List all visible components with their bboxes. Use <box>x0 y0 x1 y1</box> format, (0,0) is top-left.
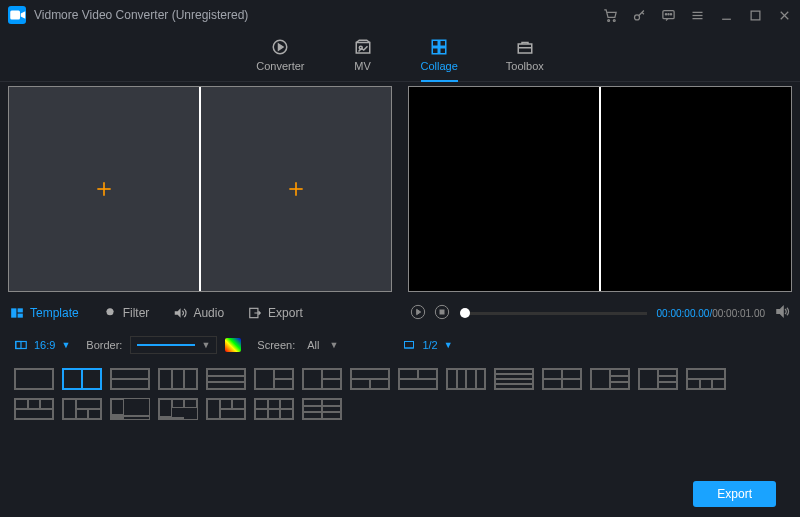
svg-rect-13 <box>751 11 760 20</box>
nav-converter[interactable]: Converter <box>256 38 304 81</box>
tab-export[interactable]: Export <box>248 306 303 320</box>
border-style-select[interactable]: ▼ <box>130 336 217 354</box>
tab-template-label: Template <box>30 306 79 320</box>
nav-collage[interactable]: Collage <box>421 38 458 81</box>
template-4[interactable] <box>158 368 198 390</box>
preview-panel <box>400 82 800 298</box>
stop-button[interactable] <box>434 304 450 323</box>
tab-filter-label: Filter <box>123 306 150 320</box>
tab-audio[interactable]: Audio <box>173 306 224 320</box>
template-5[interactable] <box>206 368 246 390</box>
progress-bar[interactable] <box>460 312 647 315</box>
svg-point-4 <box>635 14 640 19</box>
screen-select[interactable]: All ▼ <box>303 337 342 353</box>
export-button[interactable]: Export <box>693 481 776 507</box>
nav-collage-label: Collage <box>421 60 458 72</box>
nav-mv-label: MV <box>354 60 371 72</box>
screen-label: Screen: <box>257 339 295 351</box>
border-label: Border: <box>86 339 122 351</box>
svg-rect-42 <box>405 342 414 349</box>
template-2[interactable] <box>62 368 102 390</box>
nav-mv[interactable]: MV <box>353 38 373 81</box>
collage-slot-2[interactable] <box>201 87 391 291</box>
paging-control[interactable]: 1/2 ▼ <box>402 339 452 351</box>
template-grid <box>0 362 800 426</box>
titlebar: Vidmore Video Converter (Unregistered) <box>0 0 800 30</box>
time-total: 00:00:01.00 <box>712 308 765 319</box>
timecode: 00:00:00.00/00:00:01.00 <box>657 308 765 319</box>
svg-marker-1 <box>21 11 26 19</box>
template-1[interactable] <box>14 368 54 390</box>
app-logo <box>8 6 26 24</box>
template-10[interactable] <box>446 368 486 390</box>
tab-template[interactable]: Template <box>10 306 79 320</box>
template-6[interactable] <box>254 368 294 390</box>
app-title: Vidmore Video Converter (Unregistered) <box>34 8 248 22</box>
nav-toolbox[interactable]: Toolbox <box>506 38 544 81</box>
template-19[interactable] <box>158 398 198 420</box>
template-12[interactable] <box>542 368 582 390</box>
svg-rect-30 <box>11 308 16 317</box>
cart-icon[interactable] <box>603 8 618 23</box>
menu-icon[interactable] <box>690 8 705 23</box>
chevron-down-icon: ▼ <box>444 340 453 350</box>
template-15[interactable] <box>686 368 726 390</box>
nav-toolbox-label: Toolbox <box>506 60 544 72</box>
svg-rect-20 <box>432 40 438 46</box>
template-13[interactable] <box>590 368 630 390</box>
svg-rect-38 <box>440 310 444 314</box>
tab-audio-label: Audio <box>193 306 224 320</box>
template-11[interactable] <box>494 368 534 390</box>
maximize-icon[interactable] <box>748 8 763 23</box>
svg-rect-23 <box>440 48 446 54</box>
template-20[interactable] <box>206 398 246 420</box>
template-17[interactable] <box>62 398 102 420</box>
svg-point-2 <box>608 19 610 21</box>
svg-marker-36 <box>417 309 421 314</box>
svg-point-8 <box>670 13 671 14</box>
play-button[interactable] <box>410 304 426 323</box>
aspect-value: 16:9 <box>34 339 55 351</box>
preview-slot-1 <box>409 87 599 291</box>
main-nav: Converter MV Collage Toolbox <box>0 30 800 82</box>
volume-icon[interactable] <box>775 304 790 322</box>
svg-rect-22 <box>432 48 438 54</box>
collage-slot-1[interactable] <box>9 87 199 291</box>
chevron-down-icon: ▼ <box>61 340 70 350</box>
template-21[interactable] <box>254 398 294 420</box>
template-16[interactable] <box>14 398 54 420</box>
template-7[interactable] <box>302 368 342 390</box>
template-8[interactable] <box>350 368 390 390</box>
svg-point-6 <box>665 13 666 14</box>
svg-rect-31 <box>18 308 23 312</box>
close-icon[interactable] <box>777 8 792 23</box>
key-icon[interactable] <box>632 8 647 23</box>
border-color-picker[interactable] <box>225 338 241 352</box>
template-18[interactable] <box>110 398 150 420</box>
aspect-ratio-select[interactable]: 16:9 ▼ <box>14 338 70 352</box>
tab-filter[interactable]: Filter <box>103 306 150 320</box>
svg-rect-0 <box>10 11 20 20</box>
paging-value: 1/2 <box>422 339 437 351</box>
svg-marker-39 <box>777 307 783 317</box>
template-14[interactable] <box>638 368 678 390</box>
template-9[interactable] <box>398 368 438 390</box>
svg-rect-21 <box>440 40 446 46</box>
preview-slot-2 <box>601 87 791 291</box>
svg-rect-41 <box>16 342 21 349</box>
minimize-icon[interactable] <box>719 8 734 23</box>
screen-value: All <box>307 339 319 351</box>
svg-marker-17 <box>279 44 284 50</box>
feedback-icon[interactable] <box>661 8 676 23</box>
nav-converter-label: Converter <box>256 60 304 72</box>
template-3[interactable] <box>110 368 150 390</box>
svg-point-3 <box>613 19 615 21</box>
template-22[interactable] <box>302 398 342 420</box>
svg-marker-33 <box>175 308 181 317</box>
tab-export-label: Export <box>268 306 303 320</box>
svg-point-7 <box>668 13 669 14</box>
svg-rect-32 <box>18 314 23 318</box>
time-current: 00:00:00.00 <box>657 308 710 319</box>
collage-editor <box>0 82 400 298</box>
